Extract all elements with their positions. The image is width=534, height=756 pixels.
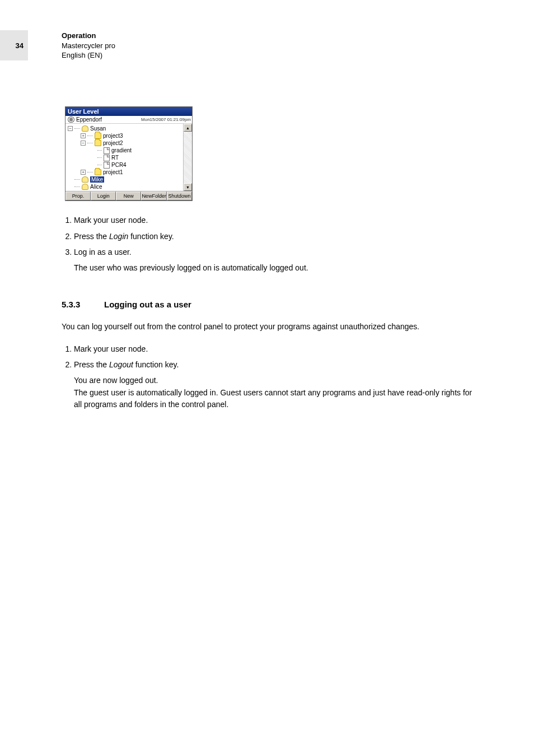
scroll-up-button[interactable]: ▲ bbox=[184, 124, 192, 132]
tree-node-folder[interactable]: + project3 bbox=[68, 132, 183, 139]
file-icon bbox=[104, 162, 110, 169]
shutdown-button[interactable]: Shutdown bbox=[167, 192, 192, 200]
window-titlebar: User Level bbox=[65, 107, 192, 116]
arrow-up-icon: ▲ bbox=[186, 126, 190, 130]
header-language: English (EN) bbox=[62, 50, 115, 60]
scroll-down-button[interactable]: ▼ bbox=[184, 183, 192, 191]
tree-node-user-selected[interactable]: Mike bbox=[68, 176, 183, 183]
step-text-post: function key. bbox=[133, 360, 179, 369]
tree-label: Susan bbox=[90, 125, 106, 132]
file-icon bbox=[104, 147, 110, 154]
tree-node-file[interactable]: gradient bbox=[68, 147, 183, 154]
tree-label: project2 bbox=[103, 140, 123, 146]
button-label: Shutdown bbox=[168, 193, 190, 199]
button-label: NewFolder bbox=[142, 193, 166, 199]
header-title: Operation bbox=[62, 31, 115, 41]
tree-view[interactable]: − Susan + project3 − project2 bbox=[65, 124, 183, 191]
tree-label: PCR4 bbox=[111, 162, 127, 168]
tree-label: RT bbox=[111, 155, 119, 161]
step-note: The user who was previously logged on is… bbox=[74, 262, 476, 274]
step-text: Log in as a user. bbox=[74, 248, 132, 256]
step-item: Log in as a user. The user who was previ… bbox=[74, 246, 476, 274]
step-item: Press the Logout function key. You are n… bbox=[74, 359, 476, 411]
tree-label-selected: Mike bbox=[90, 176, 104, 183]
section-intro: You can log yourself out from the contro… bbox=[62, 321, 476, 333]
login-button[interactable]: Login bbox=[91, 192, 116, 200]
vertical-scrollbar[interactable]: ▲ ▼ bbox=[183, 124, 192, 191]
step-item: Press the Login function key. bbox=[74, 231, 476, 243]
section-heading: 5.3.3Logging out as a user bbox=[62, 298, 476, 311]
expand-icon[interactable]: + bbox=[81, 133, 86, 138]
prop-button[interactable]: Prop. bbox=[65, 192, 91, 200]
function-key-name: Login bbox=[109, 232, 128, 241]
tree-node-user[interactable]: − Susan bbox=[68, 125, 183, 132]
arrow-down-icon: ▼ bbox=[186, 185, 190, 189]
tree-label: gradient bbox=[111, 147, 132, 153]
new-button[interactable]: New bbox=[116, 192, 141, 200]
button-label: Login bbox=[97, 193, 110, 199]
tree-node-folder[interactable]: + project1 bbox=[68, 169, 183, 176]
file-icon bbox=[104, 155, 110, 161]
tree-label: Alice bbox=[90, 184, 102, 190]
user-icon bbox=[82, 125, 88, 132]
step-text-pre: Press the bbox=[74, 232, 109, 241]
tree-node-file[interactable]: PCR4 bbox=[68, 161, 183, 169]
page-header: Operation Mastercycler pro English (EN) bbox=[62, 31, 115, 60]
login-steps-list: Mark your user node. Press the Login fun… bbox=[62, 214, 476, 274]
step-item: Mark your user node. bbox=[74, 214, 476, 227]
step-text: Mark your user node. bbox=[74, 344, 148, 353]
button-label: New bbox=[124, 193, 134, 199]
scroll-track[interactable] bbox=[184, 132, 192, 183]
folder-icon bbox=[95, 140, 101, 146]
step-text-post: function key. bbox=[128, 232, 174, 241]
tree-label: project1 bbox=[103, 169, 123, 175]
step-item: Mark your user node. bbox=[74, 343, 476, 356]
window-title: User Level bbox=[68, 108, 99, 115]
button-label: Prop. bbox=[72, 193, 85, 199]
user-icon bbox=[82, 184, 88, 190]
logout-steps-list: Mark your user node. Press the Logout fu… bbox=[62, 343, 476, 411]
root-label: Eppendorf bbox=[76, 116, 102, 123]
step-text-pre: Press the bbox=[74, 360, 109, 369]
user-icon bbox=[82, 176, 88, 183]
timestamp: Mon15/2007 01:21:09pm bbox=[141, 117, 191, 122]
step-note: You are now logged out. bbox=[74, 375, 476, 387]
folder-icon bbox=[95, 169, 101, 175]
function-key-name: Logout bbox=[109, 360, 133, 369]
page-number-tab: 34 bbox=[0, 30, 28, 60]
folder-icon bbox=[95, 133, 101, 139]
tree-node-file[interactable]: RT bbox=[68, 154, 183, 161]
section-title: Logging out as a user bbox=[104, 300, 191, 309]
step-text: Mark your user node. bbox=[74, 216, 148, 225]
tree-node-user[interactable]: Alice bbox=[68, 183, 183, 190]
step-note: The guest user is automatically logged i… bbox=[74, 387, 476, 411]
collapse-icon[interactable]: − bbox=[81, 141, 86, 146]
page-number: 34 bbox=[16, 41, 24, 50]
newfolder-button[interactable]: NewFolder bbox=[141, 192, 167, 200]
gear-icon bbox=[68, 116, 74, 123]
tree-label: project3 bbox=[103, 133, 123, 139]
tree-node-folder[interactable]: − project2 bbox=[68, 139, 183, 147]
section-number: 5.3.3 bbox=[62, 298, 104, 311]
function-key-row: Prop. Login New NewFolder Shutdown bbox=[65, 191, 192, 200]
window-header-row: Eppendorf Mon15/2007 01:21:09pm bbox=[65, 116, 192, 124]
user-level-window: User Level Eppendorf Mon15/2007 01:21:09… bbox=[65, 106, 193, 201]
header-product: Mastercycler pro bbox=[62, 41, 115, 51]
expand-icon[interactable]: + bbox=[81, 170, 86, 175]
collapse-icon[interactable]: − bbox=[68, 126, 73, 131]
